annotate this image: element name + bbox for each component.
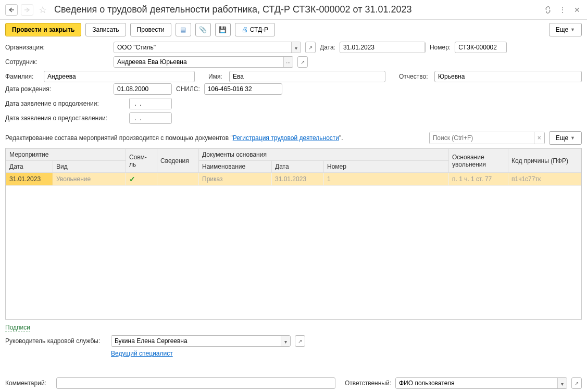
comment-input[interactable] bbox=[56, 377, 335, 389]
th-dismissal[interactable]: Основание увольнения bbox=[449, 149, 508, 173]
th-docs[interactable]: Документы основания bbox=[199, 149, 449, 161]
nav-forward-button[interactable] bbox=[21, 4, 33, 16]
printer-icon: 🖨 bbox=[242, 26, 248, 33]
lastname-input[interactable] bbox=[44, 71, 195, 82]
continue-date-group: 📅 bbox=[129, 98, 172, 109]
th-reason[interactable]: Код причины (ПФР) bbox=[508, 149, 581, 173]
diskette-icon: 💾 bbox=[219, 26, 227, 33]
cell-doc-number: 1 bbox=[324, 173, 449, 186]
cell-info bbox=[157, 173, 199, 186]
disk-button[interactable]: 💾 bbox=[215, 23, 231, 36]
th-date[interactable]: Дата bbox=[6, 161, 53, 173]
org-input[interactable] bbox=[114, 42, 291, 53]
search-clear-button[interactable]: × bbox=[534, 132, 544, 144]
cell-type: Увольнение bbox=[53, 173, 126, 186]
cell-reason: п1ч1с77тк bbox=[508, 173, 581, 186]
signatures-toggle[interactable]: Подписи bbox=[5, 324, 30, 332]
th-doc-number[interactable]: Номер bbox=[324, 161, 449, 173]
close-icon[interactable]: ✕ bbox=[572, 5, 582, 15]
chevron-down-icon: ▼ bbox=[570, 27, 575, 32]
birthdate-input[interactable] bbox=[114, 84, 172, 94]
provide-date-label: Дата заявления о предоставлении: bbox=[5, 115, 125, 122]
provide-date-group: 📅 bbox=[129, 112, 172, 124]
hint-text: Редактирование состава мероприятий произ… bbox=[5, 134, 343, 142]
check-icon: ✓ bbox=[129, 175, 135, 183]
cell-combine: ✓ bbox=[126, 173, 157, 186]
number-input[interactable] bbox=[455, 42, 507, 53]
save-button[interactable]: Записать bbox=[85, 23, 126, 36]
arrow-right-icon bbox=[24, 7, 30, 12]
date-input[interactable] bbox=[340, 42, 424, 53]
birthdate-input-group: 📅 bbox=[114, 83, 172, 95]
hr-head-label: Руководитель кадровой службы: bbox=[5, 337, 107, 345]
nav-back-button[interactable] bbox=[5, 4, 18, 16]
post-and-close-button[interactable]: Провести и закрыть bbox=[5, 23, 81, 36]
hr-head-input[interactable] bbox=[111, 336, 281, 346]
date-calendar-button[interactable]: 📅 bbox=[424, 42, 426, 53]
middlename-label: Отчество: bbox=[399, 73, 430, 80]
link-icon[interactable] bbox=[543, 5, 553, 15]
middlename-input[interactable] bbox=[434, 71, 582, 82]
org-dropdown-button[interactable]: ▾ bbox=[291, 42, 301, 53]
responsible-label: Ответственный: bbox=[345, 380, 391, 387]
paperclip-icon: 📎 bbox=[199, 26, 207, 33]
employee-input-group: ··· bbox=[114, 56, 293, 68]
comment-label: Комментарий: bbox=[5, 380, 52, 387]
employee-select-button[interactable]: ··· bbox=[283, 57, 293, 68]
cell-doc-date: 31.01.2023 bbox=[272, 173, 324, 186]
snils-input[interactable] bbox=[204, 83, 282, 95]
org-open-button[interactable]: ↗ bbox=[305, 42, 316, 53]
firstname-label: Имя: bbox=[208, 73, 225, 80]
th-combine[interactable]: Совм-ль bbox=[126, 149, 157, 173]
date-input-group: 📅 bbox=[340, 42, 426, 53]
firstname-input[interactable] bbox=[229, 71, 385, 82]
hr-head-open-button[interactable]: ↗ bbox=[295, 335, 305, 347]
continue-date-label: Дата заявление о продолжении: bbox=[5, 100, 125, 107]
responsible-input[interactable] bbox=[396, 378, 557, 388]
th-type[interactable]: Вид bbox=[53, 161, 126, 173]
search-group: × bbox=[429, 132, 545, 144]
th-event[interactable]: Мероприятие bbox=[6, 149, 126, 161]
position-link[interactable]: Ведущий специалист bbox=[111, 350, 173, 357]
table-row[interactable]: 31.01.2023 Увольнение ✓ Приказ 31.01.202… bbox=[6, 173, 581, 186]
page-title: Сведения о трудовой деятельности работни… bbox=[52, 4, 540, 15]
report-button[interactable]: ▤ bbox=[176, 23, 191, 36]
continue-date-input[interactable] bbox=[130, 98, 172, 109]
print-std-r-button[interactable]: 🖨СТД-Р bbox=[235, 23, 275, 36]
employee-label: Сотрудник: bbox=[5, 58, 109, 66]
birthdate-label: Дата рождения: bbox=[5, 85, 109, 93]
org-input-group: ▾ bbox=[114, 42, 301, 53]
employee-input[interactable] bbox=[114, 57, 283, 67]
snils-label: СНИЛС: bbox=[176, 85, 200, 93]
registration-link[interactable]: Регистрация трудовой деятельности bbox=[233, 134, 339, 142]
th-info[interactable]: Сведения bbox=[157, 149, 199, 173]
org-label: Организация: bbox=[5, 44, 109, 51]
hr-head-group: ▾ bbox=[111, 335, 291, 347]
cell-doc-name: Приказ bbox=[199, 173, 272, 186]
lastname-label: Фамилия: bbox=[5, 73, 40, 80]
favorite-star-icon[interactable]: ☆ bbox=[39, 4, 47, 16]
th-doc-date[interactable]: Дата bbox=[272, 161, 324, 173]
th-doc-name[interactable]: Наименование bbox=[199, 161, 272, 173]
post-button[interactable]: Провести bbox=[130, 23, 171, 36]
date-label: Дата: bbox=[320, 44, 335, 51]
provide-date-input[interactable] bbox=[130, 113, 172, 123]
events-table: Мероприятие Совм-ль Сведения Документы о… bbox=[5, 148, 582, 320]
employee-open-button[interactable]: ↗ bbox=[297, 56, 308, 68]
attachment-button[interactable]: 📎 bbox=[195, 23, 211, 36]
responsible-open-button[interactable]: ↗ bbox=[571, 377, 582, 389]
chevron-down-icon: ▼ bbox=[570, 135, 575, 141]
cell-date: 31.01.2023 bbox=[6, 173, 53, 186]
search-input[interactable] bbox=[430, 132, 534, 144]
toolbar-more-button[interactable]: Еще▼ bbox=[549, 23, 582, 36]
kebab-menu-icon[interactable]: ⋮ bbox=[558, 5, 567, 15]
responsible-group: ▾ bbox=[395, 377, 567, 389]
hr-head-dropdown[interactable]: ▾ bbox=[281, 336, 290, 347]
cell-dismissal: п. 1 ч. 1 ст. 77 bbox=[449, 173, 508, 186]
number-label: Номер: bbox=[430, 44, 451, 51]
table-more-button[interactable]: Еще▼ bbox=[549, 131, 582, 145]
responsible-dropdown[interactable]: ▾ bbox=[557, 378, 567, 389]
arrow-left-icon bbox=[8, 7, 15, 12]
document-icon: ▤ bbox=[180, 26, 186, 33]
